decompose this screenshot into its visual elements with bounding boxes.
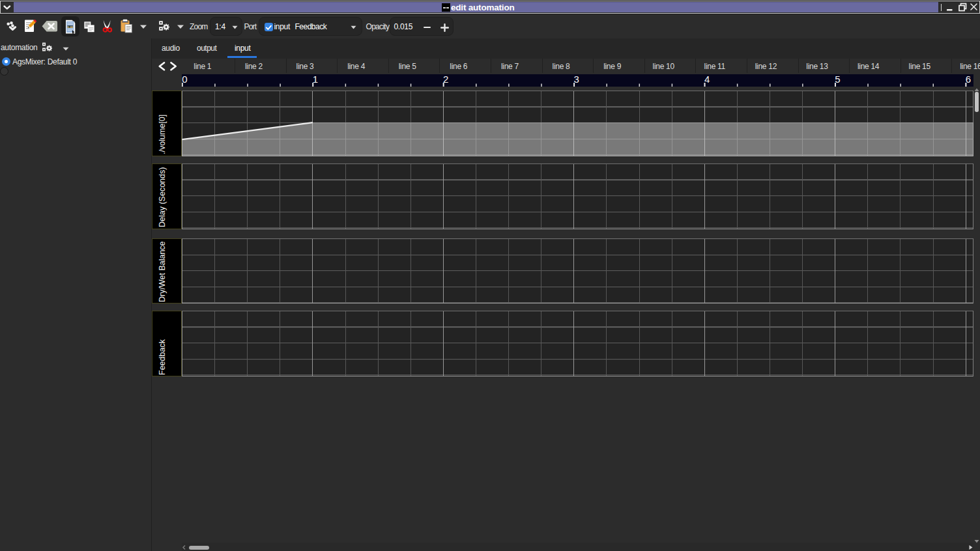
- svg-text:4: 4: [704, 74, 709, 85]
- svg-text:0: 0: [182, 74, 187, 85]
- svg-text:1: 1: [312, 74, 317, 85]
- svg-text:5: 5: [835, 74, 840, 85]
- svg-text:6: 6: [965, 74, 970, 85]
- svg-text:3: 3: [573, 74, 579, 85]
- svg-text:2: 2: [443, 74, 448, 85]
